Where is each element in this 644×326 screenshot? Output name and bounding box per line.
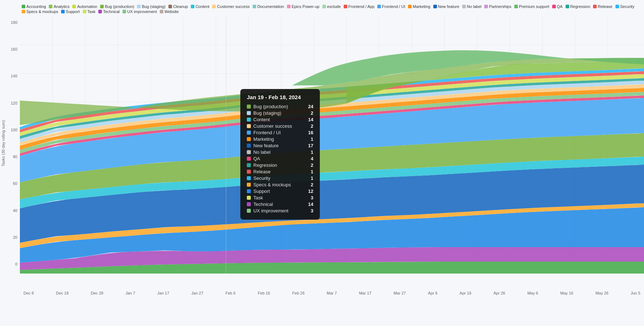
tooltip-row: Marketing 1: [247, 136, 313, 142]
x-axis: Dec 8Dec 18Dec 28Jan 7Jan 17Jan 27Feb 6F…: [20, 291, 644, 295]
x-axis-label: Feb 6: [226, 291, 236, 295]
tooltip-value: 14: [308, 117, 313, 122]
legend-label: New feature: [438, 4, 459, 9]
legend-item: Documentation: [253, 4, 284, 9]
tooltip-label: New feature: [253, 143, 279, 148]
tooltip-swatch: [247, 137, 251, 141]
tooltip-swatch: [247, 118, 251, 122]
tooltip-swatch: [247, 170, 251, 174]
legend-item: Bug (staging): [137, 4, 165, 9]
tooltip-value: 14: [308, 202, 313, 207]
tooltip-swatch: [247, 209, 251, 213]
tooltip-row: UX improvement 3: [247, 208, 313, 213]
tooltip-label: Frontend / UI: [253, 130, 281, 135]
tooltip-swatch: [247, 124, 251, 128]
legend-item: Epics Power-up: [287, 4, 319, 9]
chart-legend: AccountingAnalyticsAutomationBug (produc…: [0, 3, 644, 15]
tooltip-value: 3: [311, 195, 313, 200]
legend-label: Analytics: [53, 4, 69, 9]
tooltip-label: Support: [253, 189, 270, 194]
tooltip-row: Content 14: [247, 117, 313, 122]
tooltip-row: Specs & mockups 2: [247, 182, 313, 187]
legend-label: Release: [598, 4, 612, 9]
tooltip-row: Technical 14: [247, 202, 313, 207]
legend-swatch: [593, 5, 597, 8]
tooltip-swatch: [247, 163, 251, 167]
tooltip-indicator-line: [226, 17, 226, 274]
tooltip-label: Bug (staging): [253, 110, 281, 116]
tooltip-value: 16: [308, 130, 313, 135]
legend-swatch: [287, 5, 291, 8]
legend-item: Premium support: [514, 4, 549, 9]
y-axis: 020406080100120140160180: [0, 17, 20, 270]
tooltip-swatch: [247, 157, 251, 161]
legend-swatch: [253, 5, 256, 8]
tooltip-row-left: Frontend / UI: [247, 130, 281, 135]
legend-item: Partnerships: [484, 4, 511, 9]
legend-label: Documentation: [257, 4, 284, 9]
tooltip-swatch: [247, 202, 251, 206]
tooltip-row-left: Customer success: [247, 123, 292, 129]
legend-item: UX improvement: [123, 9, 157, 14]
tooltip-row: Release 1: [247, 169, 313, 174]
tooltip-label: UX improvement: [253, 208, 288, 213]
legend-label: Bug (production): [105, 4, 134, 9]
legend-item: exclude: [322, 4, 341, 9]
tooltip-row-left: Security: [247, 175, 270, 181]
legend-swatch: [514, 5, 518, 8]
tooltip-row: Support 12: [247, 189, 313, 194]
y-axis-label: 80: [0, 154, 17, 159]
tooltip-swatch: [247, 150, 251, 154]
legend-swatch: [22, 10, 25, 13]
tooltip-label: Technical: [253, 202, 273, 207]
tooltip-row-left: Specs & mockups: [247, 182, 291, 187]
x-axis-label: Jan 17: [157, 291, 169, 295]
tooltip-swatch: [247, 189, 251, 193]
legend-swatch: [566, 5, 569, 8]
y-axis-label: 180: [0, 20, 17, 25]
legend-swatch: [462, 5, 466, 8]
x-axis-label: Jan 7: [125, 291, 135, 295]
x-axis-label: Dec 8: [23, 291, 34, 295]
tooltip-value: 2: [311, 162, 313, 168]
tooltip-row-left: UX improvement: [247, 208, 288, 213]
legend-swatch: [484, 5, 488, 8]
tooltip-value: 4: [311, 156, 313, 161]
tooltip-row-left: Support: [247, 189, 270, 194]
y-axis-label: 20: [0, 235, 17, 240]
legend-label: Partnerships: [489, 4, 511, 9]
legend-swatch: [49, 5, 52, 8]
tooltip-row-left: QA: [247, 156, 260, 161]
tooltip-row-left: No label: [247, 149, 271, 155]
legend-swatch: [168, 5, 172, 8]
legend-item: Regression: [566, 4, 591, 9]
legend-swatch: [123, 10, 126, 13]
legend-label: QA: [557, 4, 563, 9]
tooltip-value: 3: [311, 208, 313, 213]
tooltip-row: Regression 2: [247, 162, 313, 168]
tooltip-row-left: Task: [247, 195, 263, 200]
y-axis-label: 160: [0, 47, 17, 51]
legend-label: Cleanup: [173, 4, 188, 9]
tooltip-row: QA 4: [247, 156, 313, 161]
legend-item: Automation: [72, 4, 97, 9]
legend-swatch: [212, 5, 216, 8]
tooltip-label: Customer success: [253, 123, 292, 129]
legend-label: Task: [87, 9, 96, 14]
chart-tooltip: Jan 19 - Feb 18, 2024 Bug (production) 2…: [240, 89, 320, 220]
legend-label: Accounting: [26, 4, 46, 9]
x-axis-label: May 6: [527, 291, 538, 295]
legend-swatch: [137, 5, 141, 8]
tooltip-row: Security 1: [247, 175, 313, 181]
legend-swatch: [377, 5, 381, 8]
tooltip-value: 24: [308, 104, 313, 109]
legend-item: Frontend / App: [344, 4, 374, 9]
legend-item: Marketing: [408, 4, 430, 9]
tooltip-row-left: Release: [247, 169, 271, 174]
x-axis-label: Dec 28: [91, 291, 103, 295]
legend-swatch: [100, 5, 104, 8]
x-axis-label: May 26: [596, 291, 609, 295]
y-axis-label: 100: [0, 128, 17, 132]
tooltip-row: New feature 17: [247, 143, 313, 148]
legend-swatch: [615, 5, 619, 8]
